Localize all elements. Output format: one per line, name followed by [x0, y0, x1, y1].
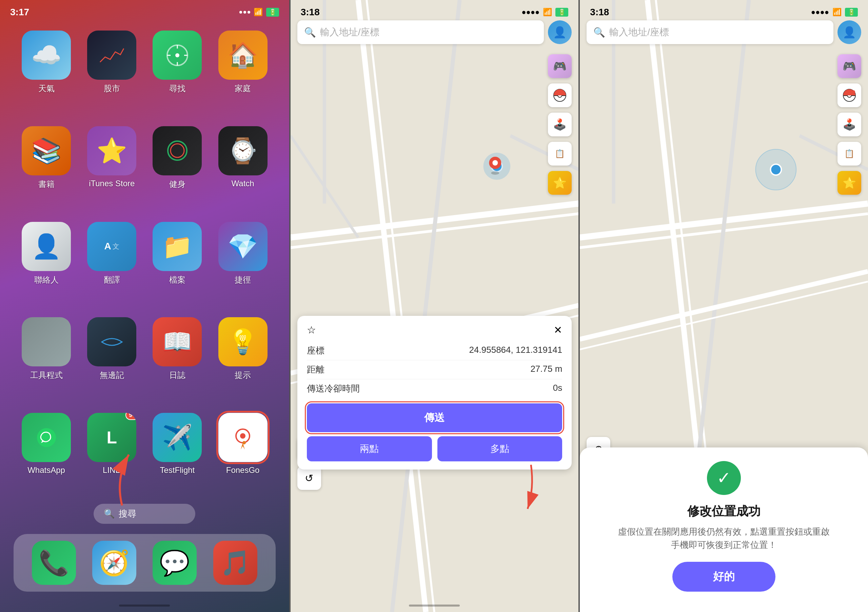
map-background [291, 0, 579, 612]
close-icon[interactable]: ✕ [554, 324, 562, 336]
find-label: 尋找 [169, 83, 186, 94]
task-btn-2[interactable]: 📋 [548, 142, 572, 166]
dist-value: 27.75 m [530, 363, 562, 376]
reset-btn-2[interactable]: ↺ [298, 466, 321, 490]
gamepad-btn-3[interactable]: 🎮 [837, 54, 861, 78]
svg-point-48 [852, 90, 855, 94]
status-bar: 3:17 📶 🔋 [0, 0, 289, 20]
search-placeholder-3: 輸入地址/座標 [609, 26, 669, 39]
multi-point-button[interactable]: 多點 [437, 436, 563, 461]
contacts-icon: 👤 [22, 222, 71, 271]
success-title: 修改位置成功 [594, 503, 854, 520]
app-itunes[interactable]: ⭐ iTunes Store [82, 126, 141, 208]
app-shortcuts[interactable]: 💎 捷徑 [214, 222, 272, 304]
wifi-icon: 📶 [254, 8, 263, 17]
dock-music[interactable]: 🎵 [213, 541, 257, 585]
app-find[interactable]: 尋找 [148, 31, 206, 113]
app-tips[interactable]: 💡 提示 [214, 317, 272, 399]
dock-phone[interactable]: 📞 [32, 541, 76, 585]
app-home[interactable]: 🏠 家庭 [214, 31, 272, 113]
home-screen-panel: 3:17 📶 🔋 ☁️ 天氣 股市 尋找 🏠 [0, 0, 289, 612]
stocks-icon [87, 31, 136, 80]
wifi-icon-3: 📶 [832, 8, 842, 17]
map-panel-2: 3:18 ●●●● 📶 🔋 🔍 輸入地址/座標 👤 🎮 🕹️ 📋 ⭐ [291, 0, 579, 612]
pokeball-btn-3[interactable] [837, 84, 861, 107]
svg-point-28 [492, 160, 498, 166]
app-diary[interactable]: 📖 日誌 [148, 317, 206, 399]
user-avatar-3[interactable]: 👤 [837, 20, 861, 44]
itunes-label: iTunes Store [89, 179, 135, 188]
ok-button[interactable]: 好的 [673, 562, 775, 592]
app-weather[interactable]: ☁️ 天氣 [17, 31, 76, 113]
app-testflight[interactable]: ✈️ TestFlight [148, 413, 206, 494]
files-label: 檔案 [169, 275, 186, 285]
app-noteless[interactable]: 無邊記 [82, 317, 141, 399]
success-desc: 虛假位置在關閉應用後仍然有效，點選重置按鈕或重啟手機即可恢復到正常位置！ [594, 525, 854, 551]
time-display-2: 3:18 [301, 7, 320, 18]
popup-header: ☆ ✕ [307, 324, 563, 336]
translate-label: 翻譯 [104, 275, 120, 285]
app-whatsapp[interactable]: WhatsApp [17, 413, 76, 494]
home-indicator-2 [409, 604, 460, 607]
signal-icon-3: ●●●● [811, 8, 829, 17]
weather-label: 天氣 [38, 83, 54, 94]
joystick-btn-2[interactable]: 🕹️ [548, 113, 572, 137]
joystick-btn-3[interactable]: 🕹️ [837, 113, 861, 137]
cooldown-value: 0s [553, 383, 562, 395]
dock-safari[interactable]: 🧭 [92, 541, 136, 585]
dist-label: 距離 [307, 363, 324, 376]
star-favorite-icon[interactable]: ☆ [307, 324, 316, 336]
user-avatar-2[interactable]: 👤 [548, 20, 572, 44]
btn-row: 兩點 多點 [307, 436, 563, 461]
app-fonesgo[interactable]: FonesGo [214, 413, 272, 494]
search-icon-3: 🔍 [594, 27, 605, 38]
time-display-3: 3:18 [590, 7, 609, 18]
star-btn-2[interactable]: ⭐ [548, 171, 572, 195]
app-translate[interactable]: A 文 翻譯 [82, 222, 141, 304]
map-search-input-3[interactable]: 🔍 輸入地址/座標 [587, 20, 834, 44]
app-files[interactable]: 📁 檔案 [148, 222, 206, 304]
itunes-icon: ⭐ [87, 126, 136, 176]
svg-point-8 [37, 428, 56, 447]
map-search-row-3: 🔍 輸入地址/座標 👤 [580, 20, 868, 44]
task-btn-3[interactable]: 📋 [837, 142, 861, 166]
time-display: 3:17 [10, 7, 29, 18]
svg-point-1 [175, 53, 179, 57]
success-panel: ✓ 修改位置成功 虛假位置在關閉應用後仍然有效，點選重置按鈕或重啟手機即可恢復到… [580, 447, 868, 612]
watch-label: Watch [232, 179, 254, 188]
app-stocks[interactable]: 股市 [82, 31, 141, 113]
app-watch[interactable]: ⌚ Watch [214, 126, 272, 208]
whatsapp-icon [22, 413, 71, 462]
noteless-label: 無邊記 [100, 370, 124, 381]
map-status-bar-2: 3:18 ●●●● 📶 🔋 [291, 0, 579, 20]
app-health[interactable]: 健身 [148, 126, 206, 208]
dock-messages[interactable]: 💬 [153, 541, 197, 585]
popup-cooldown-row: 傳送冷卻時間 0s [307, 379, 563, 398]
send-button[interactable]: 傳送 [307, 403, 563, 432]
two-point-button[interactable]: 兩點 [307, 436, 432, 461]
star-btn-3[interactable]: ⭐ [837, 171, 861, 195]
signal-icon-2: ●●●● [521, 8, 539, 17]
app-books[interactable]: 📚 書籍 [17, 126, 76, 208]
files-icon: 📁 [153, 222, 202, 271]
books-label: 書籍 [38, 179, 54, 190]
pokeball-btn-2[interactable] [548, 84, 572, 107]
cooldown-label: 傳送冷卻時間 [307, 383, 360, 395]
translate-icon: A 文 [87, 222, 136, 271]
map-panel-3: 3:18 ●●●● 📶 🔋 🔍 輸入地址/座標 👤 🎮 🕹️ 📋 ⭐ [580, 0, 868, 612]
signal-icon [239, 11, 250, 14]
contacts-label: 聯絡人 [34, 275, 59, 285]
safari-icon: 🧭 [92, 541, 136, 585]
map-status-bar-3: 3:18 ●●●● 📶 🔋 [580, 0, 868, 20]
arrow-annotation [95, 444, 146, 514]
fonesgo-label: FonesGo [226, 466, 260, 475]
app-contacts[interactable]: 👤 聯絡人 [17, 222, 76, 304]
tips-icon: 💡 [219, 317, 268, 367]
diary-icon: 📖 [153, 317, 202, 367]
shortcuts-icon: 💎 [219, 222, 268, 271]
fonesgo-icon [219, 413, 268, 462]
app-utilities[interactable]: 工具程式 [17, 317, 76, 399]
find-icon [153, 31, 202, 80]
map-search-input-2[interactable]: 🔍 輸入地址/座標 [298, 20, 544, 44]
gamepad-btn-2[interactable]: 🎮 [548, 54, 572, 78]
